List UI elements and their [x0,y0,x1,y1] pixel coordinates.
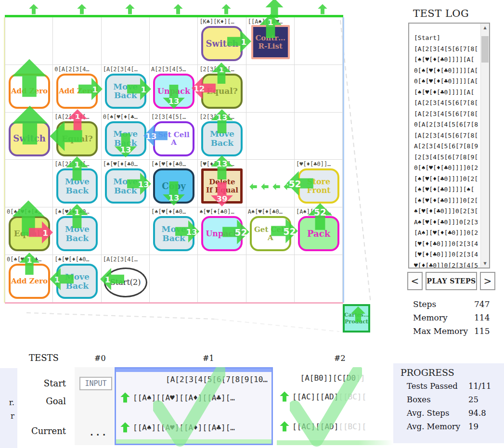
grid-slot[interactable] [198,255,246,303]
grid-slot[interactable]: [♠[♥[♦[♣0…Move Back13 [102,160,150,207]
cell-stack-label: 0[♠[♥[♦[♣… [103,114,149,121]
grid-slot[interactable]: [♠[♥[♦[♣0…Move Back1 [53,207,101,255]
test-1-current-value: [[A♠][[A♥][[A♦][[A♣][… [133,423,235,432]
grid-slot[interactable]: A[2[3[4[5…Unpack13 [150,65,198,113]
cell-stack-label: [♥[♦[♣0]]… [296,161,342,168]
grid-slot[interactable] [150,17,198,65]
grid-slot[interactable]: [A♠][♥[♦[…Pack52 [295,207,343,255]
grid-slot[interactable] [102,17,150,65]
green-arrow-icon: 52 [306,203,334,230]
green-arrow-icon: 13 [175,219,200,244]
test-1-selection-bar [116,369,271,372]
test-2-goal-value: [[AC][[AD] [292,392,338,401]
svg-text:1: 1 [75,160,80,169]
progress-panel: PROGRESS Tests Passed11/11Boxes25Avg. St… [393,363,504,443]
green-arrow-icon [49,119,83,153]
grid-slot[interactable]: [[A♠][[A♥…Contr… R-List1 [246,17,295,65]
scrollbar-thumb[interactable] [481,36,489,63]
green-arrow-icon: 1 [65,156,90,181]
test-1-goal-row: [[A♠][[A♥][[A♦][[A♣][… [120,392,235,403]
grid-slot[interactable] [295,65,343,113]
tests-row-label-goal: Goal [29,396,66,406]
mini-program-cell[interactable]: Cartes… Product [343,304,370,333]
test-2-current-value: [[AC][[AD] [292,422,338,431]
cell-stack-label: [A[2[3[4[… [103,256,149,264]
green-arrow-icon: 13 [209,155,234,180]
grid-slot[interactable]: 0[♠[♥[♦[♣…Add Zero1 [5,255,53,303]
grid-slot[interactable] [295,255,343,303]
grid-slot[interactable]: [A[2[3[4[…Move Back1 [53,160,101,207]
svg-text:13: 13 [217,113,228,122]
green-arrow-icon: 1 [65,204,90,229]
cell-stack-label: [♠[♥[♦[♣0… [103,161,149,168]
grid-slot[interactable] [246,255,295,303]
left-clipped-panel: r. r [0,368,17,448]
grid-slot[interactable]: [♠[♥[♦[♣0…Copy13 [150,160,198,207]
green-arrow-icon: 1 [100,267,125,292]
grid-slot[interactable]: 0[♠[♥[♦[♣…Move Back13 [102,113,150,160]
grid-slot[interactable]: Switch [5,113,53,160]
grid-slot[interactable]: [2[3[4[5[…Set Cell A13 [150,113,198,160]
green-arrow-icon [77,4,87,14]
test-log-box[interactable]: [Start] [A[2[3[4[5[6[7[8[ [♠[♥[♦[♣0]]]][… [408,23,490,269]
green-arrow-icon: 1 [78,77,103,102]
grid-slot[interactable]: [A[2[3[4[…Equal?1 [53,113,101,160]
prev-step-button[interactable]: < [407,272,423,290]
svg-text:39: 39 [217,194,228,204]
green-arrow-icon: 13 [127,171,152,196]
test-log-scrollbar[interactable]: ▲ ▼ [480,24,489,268]
cell-stack-label: [♠[♥[♦[♣0… [151,208,197,216]
grid-slot[interactable] [53,17,101,65]
svg-text:1: 1 [241,38,247,47]
cell-stack-label: 0[A[2[3[4… [54,66,101,74]
test-2-passed-bar [277,440,393,445]
grid-slot[interactable] [246,113,295,160]
grid-slot[interactable]: [♥[♦[♣0]]…Delete If Equal1339 [198,160,246,207]
grid-slot[interactable]: [♠[♥[♦[♣0…Move Back13 [150,207,198,255]
stat-row: Memory114 [413,313,495,326]
grid-slot[interactable]: ♠[♥[♦[♣0]…Unpack52 [198,207,246,255]
grid-slot[interactable] [295,113,343,160]
grid-slot[interactable]: [2[3[4[5[…Equal?112 [198,65,246,113]
grid-slot[interactable]: [A[2[3[4[…Move Back1 [102,65,150,113]
green-arrow-icon: 1 [49,267,74,292]
svg-text:13: 13 [186,228,197,237]
grid-slot[interactable]: A♠[♥[♦[♣0…Get Cell A52 [246,207,295,255]
test-log-title: TEST LOG [413,8,469,19]
svg-text:1: 1 [268,18,273,27]
tests-col-2-header[interactable]: #2 [334,354,346,363]
grid-slot[interactable] [150,255,198,303]
progress-row: Avg. Steps94.8 [407,409,503,422]
grid-slot[interactable] [246,65,295,113]
green-arrow-icon [221,4,232,14]
green-arrow-icon: 13 [209,109,234,134]
progress-label: Avg. Memory [407,422,460,431]
green-arrow-icon [272,183,280,191]
progress-row: Tests Passed11/11 [407,382,503,395]
green-arrow-icon [10,58,49,98]
grid-slot[interactable] [295,17,343,65]
grid-slot[interactable]: 0[♠[♥[♦[♣…Equal?1 [5,207,53,255]
grid-slot[interactable]: [K♣][K♦][…Switch1 [198,17,246,65]
svg-text:13: 13 [217,159,228,168]
tests-col-1-header[interactable]: #1 [203,354,214,363]
scroll-down-icon[interactable]: ▼ [481,259,489,268]
test-1-panel[interactable]: [A[2[3[4[5[6[7[8[9[10… [[A♠][[A♥][[A♦][[… [115,367,273,445]
play-steps-button[interactable]: PLAY STEPS [426,272,477,290]
grid-slot[interactable]: [2[3[4[5[…Move Back13 [198,113,246,160]
grid-slot[interactable]: [♥[♦[♣0]]…Store Front52 [295,160,343,207]
grid-slot[interactable] [102,207,150,255]
pink-arrow-icon: 39 [209,182,234,207]
svg-text:52: 52 [289,179,301,190]
green-arrow-icon: 1 [18,252,41,275]
next-step-button[interactable]: > [480,272,495,290]
tests-row-label-current: Current [29,426,66,436]
scroll-up-icon[interactable]: ▲ [481,24,489,32]
tests-col-0-header[interactable]: #0 [94,354,106,363]
green-arrow-icon: 13 [113,133,138,158]
grid-slot[interactable]: [A[2[3[4[…Start(2)1 [102,255,150,303]
grid-slot[interactable]: [♠[♥[♦[♣0…Move Back1 [53,255,101,303]
green-arrow-icon: 1 [227,29,252,54]
green-arrow-icon [249,183,257,191]
grid-slot[interactable]: 0[A[2[3[4…Add Zero1 [53,65,101,113]
